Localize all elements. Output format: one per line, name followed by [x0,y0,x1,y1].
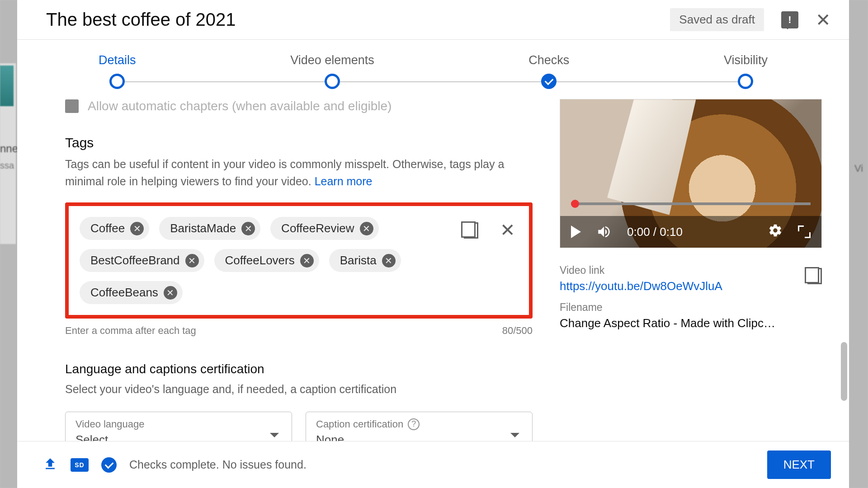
next-button[interactable]: NEXT [767,450,831,479]
dialog-title: The best coffee of 2021 [46,9,236,30]
upload-icon[interactable] [42,456,58,474]
check-complete-icon [101,457,117,473]
sd-badge-icon: SD [71,458,89,472]
chevron-down-icon [270,433,279,441]
chevron-down-icon [510,433,519,441]
remove-tag-icon[interactable]: ✕ [360,222,373,235]
tag-label: Barista [340,253,377,267]
gear-icon[interactable] [768,223,783,241]
step-video-elements[interactable]: Video elements [290,53,374,89]
dialog-header: The best coffee of 2021 Saved as draft ✕ [17,0,849,40]
remove-tag-icon[interactable]: ✕ [300,254,314,267]
saved-as-draft-badge: Saved as draft [670,8,764,31]
tags-input[interactable]: ✕ Coffee✕BaristaMade✕CoffeeReview✕BestCo… [65,202,533,319]
step-visibility[interactable]: Visibility [724,53,768,89]
video-details-dialog: The best coffee of 2021 Saved as draft ✕… [17,0,849,488]
tag-label: BaristaMade [170,221,236,235]
checkbox-icon[interactable] [65,99,79,113]
step-checks[interactable]: Checks [528,53,569,89]
play-icon[interactable] [571,225,581,238]
dialog-footer: SD Checks complete. No issues found. NEX… [17,441,849,488]
fullscreen-icon[interactable] [798,225,811,238]
checks-status-text: Checks complete. No issues found. [129,458,307,471]
feedback-icon[interactable] [781,11,798,28]
tag-chip: CoffeeLovers✕ [214,249,319,272]
seek-bar[interactable] [571,202,811,205]
tag-chip: Coffee✕ [80,217,149,240]
remove-tag-icon[interactable]: ✕ [185,254,199,267]
copy-link-icon[interactable] [805,267,822,284]
help-icon[interactable]: ? [408,418,420,430]
tags-counter: 80/500 [502,325,533,337]
tag-chip: CoffeeBeans✕ [80,281,183,304]
remove-tag-icon[interactable]: ✕ [241,222,255,235]
seek-handle[interactable] [571,200,579,208]
allow-auto-chapters-row[interactable]: Allow automatic chapters (when available… [65,99,533,113]
language-heading: Language and captions certification [65,362,533,376]
language-description: Select your video's language and, if nee… [65,381,533,398]
progress-stepper: Details Video elements Checks Visibility [17,40,849,89]
tag-chip: BestCoffeeBrand✕ [80,249,204,272]
remove-tag-icon[interactable]: ✕ [382,254,396,267]
step-details[interactable]: Details [99,53,136,89]
video-link[interactable]: https://youtu.be/Dw8OeWvJluA [560,279,796,293]
tag-chip: BaristaMade✕ [159,217,260,240]
caption-certification-select[interactable]: Caption certification ? None [306,412,533,441]
remove-tag-icon[interactable]: ✕ [130,222,144,235]
copy-tags-icon[interactable] [461,221,478,239]
filename-label: Filename [560,301,822,314]
video-time: 0:00 / 0:10 [627,225,683,239]
volume-icon[interactable] [596,224,612,239]
scrollbar-thumb[interactable] [841,342,847,401]
filename-value: Change Aspect Ratio - Made with Clipc… [560,316,822,330]
clear-tags-icon[interactable]: ✕ [500,225,515,235]
tag-chip: Barista✕ [329,249,401,272]
tag-label: CoffeeReview [281,221,354,235]
tags-heading: Tags [65,135,533,150]
tag-chip: CoffeeReview✕ [270,217,378,240]
close-icon[interactable]: ✕ [816,11,831,29]
tag-label: CoffeeLovers [225,253,295,267]
tag-label: BestCoffeeBrand [90,253,180,267]
video-link-label: Video link [560,264,796,277]
video-language-select[interactable]: Video language Select [65,412,292,441]
tags-description: Tags can be useful if content in your vi… [65,156,533,190]
tags-hint: Enter a comma after each tag [65,325,196,337]
tag-label: CoffeeBeans [90,286,158,300]
remove-tag-icon[interactable]: ✕ [164,286,177,300]
tag-label: Coffee [90,221,125,235]
video-preview[interactable]: 0:00 / 0:10 [560,99,822,248]
learn-more-link[interactable]: Learn more [315,175,373,188]
